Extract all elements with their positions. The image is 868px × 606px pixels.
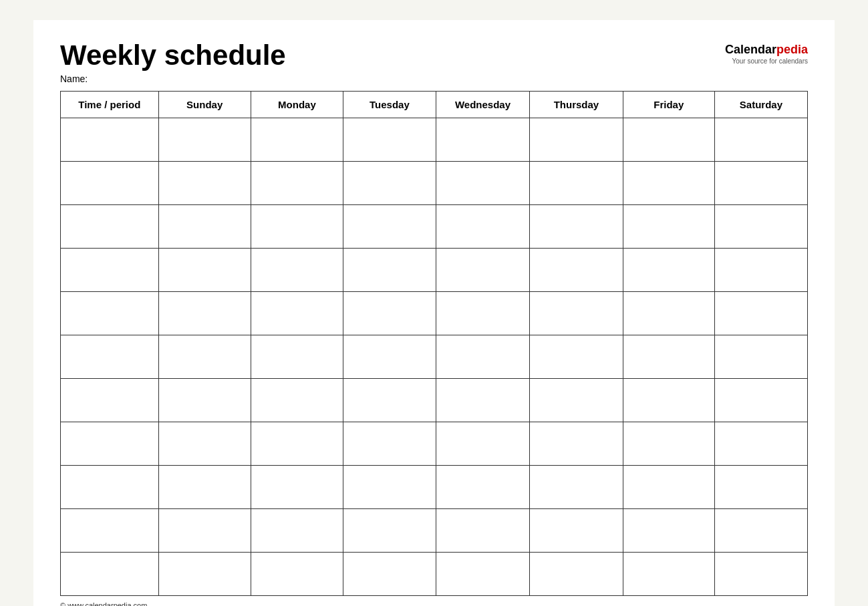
- time-cell[interactable]: [61, 335, 159, 379]
- day-cell[interactable]: [158, 422, 251, 466]
- day-cell[interactable]: [714, 205, 807, 249]
- col-header-wednesday: Wednesday: [436, 92, 530, 118]
- day-cell[interactable]: [158, 292, 251, 335]
- time-cell[interactable]: [61, 118, 159, 162]
- day-cell[interactable]: [623, 205, 714, 249]
- footer-copyright: © www.calendarpedia.com: [60, 601, 808, 606]
- day-cell[interactable]: [343, 292, 436, 335]
- day-cell[interactable]: [623, 379, 714, 422]
- day-cell[interactable]: [436, 205, 530, 249]
- day-cell[interactable]: [251, 249, 343, 292]
- day-cell[interactable]: [530, 205, 623, 249]
- time-cell[interactable]: [61, 379, 159, 422]
- day-cell[interactable]: [530, 553, 623, 596]
- logo-main: Calendar: [725, 43, 776, 56]
- time-cell[interactable]: [61, 422, 159, 466]
- day-cell[interactable]: [530, 422, 623, 466]
- day-cell[interactable]: [343, 422, 436, 466]
- day-cell[interactable]: [343, 335, 436, 379]
- day-cell[interactable]: [714, 379, 807, 422]
- day-cell[interactable]: [251, 292, 343, 335]
- table-row: [61, 466, 808, 509]
- day-cell[interactable]: [343, 249, 436, 292]
- time-cell[interactable]: [61, 292, 159, 335]
- day-cell[interactable]: [158, 466, 251, 509]
- day-cell[interactable]: [158, 553, 251, 596]
- day-cell[interactable]: [714, 162, 807, 205]
- day-cell[interactable]: [436, 509, 530, 553]
- day-cell[interactable]: [714, 249, 807, 292]
- time-cell[interactable]: [61, 466, 159, 509]
- day-cell[interactable]: [343, 553, 436, 596]
- day-cell[interactable]: [158, 118, 251, 162]
- day-cell[interactable]: [623, 118, 714, 162]
- table-row: [61, 335, 808, 379]
- day-cell[interactable]: [158, 509, 251, 553]
- day-cell[interactable]: [251, 335, 343, 379]
- table-row: [61, 292, 808, 335]
- day-cell[interactable]: [436, 379, 530, 422]
- table-row: [61, 422, 808, 466]
- day-cell[interactable]: [714, 553, 807, 596]
- day-cell[interactable]: [623, 553, 714, 596]
- day-cell[interactable]: [530, 379, 623, 422]
- day-cell[interactable]: [530, 335, 623, 379]
- day-cell[interactable]: [530, 466, 623, 509]
- time-cell[interactable]: [61, 205, 159, 249]
- day-cell[interactable]: [623, 466, 714, 509]
- day-cell[interactable]: [623, 335, 714, 379]
- day-cell[interactable]: [251, 118, 343, 162]
- day-cell[interactable]: [251, 205, 343, 249]
- day-cell[interactable]: [436, 335, 530, 379]
- day-cell[interactable]: [158, 249, 251, 292]
- time-cell[interactable]: [61, 553, 159, 596]
- day-cell[interactable]: [714, 118, 807, 162]
- logo-text: Calendarpedia: [725, 43, 808, 57]
- day-cell[interactable]: [530, 118, 623, 162]
- day-cell[interactable]: [714, 335, 807, 379]
- day-cell[interactable]: [158, 335, 251, 379]
- day-cell[interactable]: [436, 292, 530, 335]
- day-cell[interactable]: [343, 205, 436, 249]
- day-cell[interactable]: [530, 162, 623, 205]
- day-cell[interactable]: [436, 422, 530, 466]
- day-cell[interactable]: [623, 509, 714, 553]
- day-cell[interactable]: [714, 422, 807, 466]
- time-cell[interactable]: [61, 249, 159, 292]
- day-cell[interactable]: [251, 422, 343, 466]
- day-cell[interactable]: [623, 162, 714, 205]
- col-header-saturday: Saturday: [714, 92, 807, 118]
- day-cell[interactable]: [251, 509, 343, 553]
- day-cell[interactable]: [436, 162, 530, 205]
- day-cell[interactable]: [714, 466, 807, 509]
- day-cell[interactable]: [251, 466, 343, 509]
- time-cell[interactable]: [61, 509, 159, 553]
- day-cell[interactable]: [158, 205, 251, 249]
- day-cell[interactable]: [530, 509, 623, 553]
- day-cell[interactable]: [251, 553, 343, 596]
- day-cell[interactable]: [343, 509, 436, 553]
- day-cell[interactable]: [158, 162, 251, 205]
- col-header-friday: Friday: [623, 92, 714, 118]
- time-cell[interactable]: [61, 162, 159, 205]
- day-cell[interactable]: [623, 422, 714, 466]
- day-cell[interactable]: [623, 249, 714, 292]
- day-cell[interactable]: [436, 553, 530, 596]
- day-cell[interactable]: [343, 118, 436, 162]
- logo-section: Calendarpedia Your source for calendars: [725, 43, 808, 65]
- day-cell[interactable]: [251, 162, 343, 205]
- day-cell[interactable]: [530, 249, 623, 292]
- day-cell[interactable]: [714, 292, 807, 335]
- table-header-row: Time / period Sunday Monday Tuesday Wedn…: [61, 92, 808, 118]
- day-cell[interactable]: [436, 249, 530, 292]
- day-cell[interactable]: [343, 466, 436, 509]
- day-cell[interactable]: [343, 162, 436, 205]
- day-cell[interactable]: [343, 379, 436, 422]
- day-cell[interactable]: [714, 509, 807, 553]
- day-cell[interactable]: [623, 292, 714, 335]
- day-cell[interactable]: [251, 379, 343, 422]
- day-cell[interactable]: [158, 379, 251, 422]
- day-cell[interactable]: [530, 292, 623, 335]
- day-cell[interactable]: [436, 118, 530, 162]
- day-cell[interactable]: [436, 466, 530, 509]
